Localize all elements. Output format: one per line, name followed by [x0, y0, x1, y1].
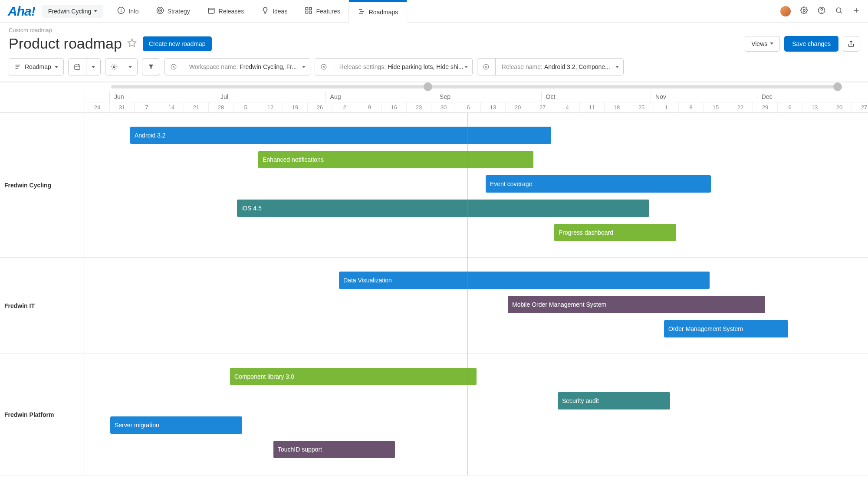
week-tick: 31	[110, 102, 135, 112]
gear-icon[interactable]	[105, 59, 123, 75]
group-label: Fredwin Platform	[0, 354, 85, 475]
group-lane: Data VisualizationMobile Order Managemen…	[85, 258, 868, 354]
week-tick: 27	[852, 102, 868, 112]
nav-ideas[interactable]: Ideas	[253, 0, 296, 22]
favorite-star-icon[interactable]	[127, 38, 137, 49]
timeline-bar[interactable]: Order Management System	[664, 320, 788, 337]
today-marker	[467, 113, 467, 475]
svg-rect-10	[306, 11, 308, 13]
group-lane: Component library 3.0Security auditServe…	[85, 354, 868, 475]
week-tick: 13	[481, 102, 506, 112]
week-tick: 20	[827, 102, 852, 112]
roadmap-type-dropdown[interactable]: Roadmap	[9, 58, 64, 75]
aha-logo[interactable]: Aha!	[8, 4, 35, 19]
group-lane: Android 3.2Enhanced notificationsEvent c…	[85, 113, 868, 258]
week-tick: 27	[530, 102, 555, 112]
nav-features[interactable]: Features	[296, 0, 349, 22]
timeline-bar[interactable]: Mobile Order Management System	[508, 296, 765, 313]
create-roadmap-button[interactable]: Create new roadmap	[143, 36, 212, 51]
clear-filter-icon[interactable]	[477, 59, 496, 75]
svg-point-5	[160, 10, 161, 11]
week-tick: 6	[456, 102, 481, 112]
timeline-scrollbar[interactable]	[85, 82, 868, 91]
week-tick: 29	[753, 102, 778, 112]
settings-caret[interactable]	[123, 59, 137, 75]
caret-down-icon	[94, 10, 97, 12]
page-header: Custom roadmap Product roadmap Create ne…	[0, 23, 868, 58]
week-tick: 24	[85, 102, 110, 112]
roadmap-icon	[358, 7, 365, 16]
calendar-icon	[207, 7, 215, 16]
week-tick: 16	[382, 102, 407, 112]
nav-strategy[interactable]: Strategy	[148, 0, 199, 22]
timeline-bar[interactable]: Server migration	[110, 416, 242, 434]
month-jun: Jun	[110, 91, 216, 102]
save-changes-button[interactable]: Save changes	[784, 36, 838, 52]
week-tick: 23	[407, 102, 431, 112]
workspace-name: Fredwin Cycling	[48, 8, 92, 15]
svg-rect-6	[208, 8, 214, 13]
week-tick: 6	[778, 102, 802, 112]
search-icon[interactable]	[835, 7, 843, 16]
nav-releases[interactable]: Releases	[199, 0, 253, 22]
svg-rect-24	[75, 65, 80, 69]
week-tick: 25	[629, 102, 654, 112]
settings-tool[interactable]	[105, 58, 138, 75]
help-icon[interactable]	[818, 7, 825, 16]
month-aug: Aug	[326, 91, 436, 102]
week-tick: 1	[654, 102, 679, 112]
settings-icon[interactable]	[800, 7, 808, 16]
user-avatar[interactable]	[780, 6, 791, 16]
calendar-icon[interactable]	[69, 59, 86, 75]
views-button[interactable]: Views	[745, 36, 780, 52]
week-tick: 28	[209, 102, 233, 112]
timeline-bar[interactable]: iOS 4.5	[237, 200, 649, 217]
date-caret[interactable]	[86, 59, 100, 75]
nav-roadmaps[interactable]: Roadmaps	[349, 0, 407, 22]
week-tick: 18	[605, 102, 629, 112]
timeline-bar[interactable]: Event coverage	[486, 175, 711, 193]
filter-body[interactable]: Release name: Android 3.2, Compone...	[496, 59, 623, 75]
info-icon	[117, 7, 125, 16]
week-tick: 5	[233, 102, 258, 112]
timeline-bar[interactable]: Enhanced notifications	[258, 151, 533, 168]
timeline-bar[interactable]: Security audit	[558, 392, 670, 409]
month-oct: Oct	[542, 91, 651, 102]
caret-down-icon	[770, 43, 773, 45]
week-tick: 9	[357, 102, 382, 112]
breadcrumb: Custom roadmap	[9, 27, 859, 33]
svg-point-2	[121, 9, 122, 10]
grid-icon	[305, 7, 312, 16]
week-tick: 22	[728, 102, 753, 112]
month-sep: Sep	[435, 91, 542, 102]
week-tick: 14	[159, 102, 184, 112]
timeline-bar[interactable]: Android 3.2	[130, 127, 551, 144]
month-dec: Dec	[757, 91, 868, 102]
month-jul: Jul	[216, 91, 326, 102]
filter-body[interactable]: Workspace name: Fredwin Cycling, Fr...	[183, 59, 310, 75]
page-title: Product roadmap	[9, 35, 122, 52]
filter-pill-2: Release name: Android 3.2, Compone...	[477, 58, 624, 75]
week-tick: 4	[555, 102, 580, 112]
timeline-bar[interactable]: Progress dashboard	[554, 224, 676, 241]
add-icon[interactable]	[852, 7, 860, 16]
nav-info[interactable]: Info	[108, 0, 147, 22]
timeline-bar[interactable]: Data Visualization	[339, 272, 710, 289]
timeline-bar[interactable]: TouchID support	[273, 441, 395, 458]
timeline-bar[interactable]: Component library 3.0	[230, 368, 477, 385]
date-range-tool[interactable]	[68, 58, 101, 75]
filter-body[interactable]: Release settings: Hide parking lots, Hid…	[333, 59, 472, 75]
caret-down-icon	[92, 66, 95, 68]
week-tick: 7	[135, 102, 159, 112]
week-tick: 11	[580, 102, 605, 112]
workspace-picker[interactable]: Fredwin Cycling	[42, 5, 104, 18]
svg-rect-11	[309, 11, 312, 13]
week-tick: 12	[258, 102, 283, 112]
share-button[interactable]	[843, 36, 859, 52]
week-tick: 2	[332, 102, 357, 112]
week-tick: 21	[184, 102, 209, 112]
clear-filter-icon[interactable]	[165, 59, 183, 75]
filter-tool[interactable]	[142, 58, 160, 75]
clear-filter-icon[interactable]	[315, 59, 333, 75]
filter-icon	[142, 59, 160, 75]
